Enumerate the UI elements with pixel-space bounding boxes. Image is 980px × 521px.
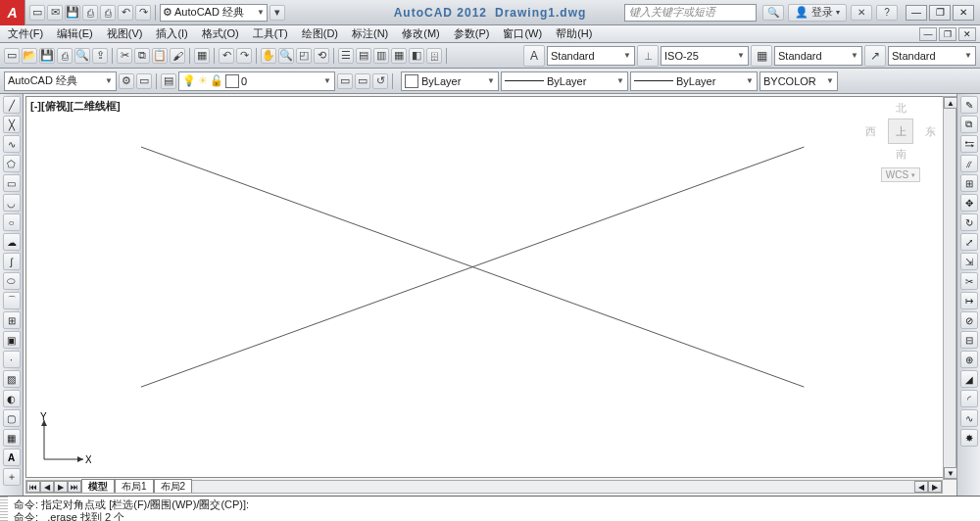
revision-cloud-icon[interactable]: ☁ [3,233,21,251]
text-style-combo[interactable]: Standard▼ [547,46,635,66]
help-icon[interactable]: ? [876,5,898,21]
quickcalc-icon[interactable]: ⌹ [426,48,442,64]
tab-layout1[interactable]: 布局1 [115,479,154,493]
menu-format[interactable]: 格式(O) [198,26,243,41]
saveas-icon[interactable]: ⎙ [82,5,98,21]
search-input[interactable]: 键入关键字或短语 [624,4,757,22]
table-style-icon[interactable]: ▦ [751,45,772,67]
blend-icon[interactable]: ∿ [960,409,978,427]
tab-first-icon[interactable]: ⏮ [26,481,40,493]
array-icon[interactable]: ⊞ [960,174,978,192]
hatch-icon[interactable]: ▨ [3,370,21,388]
plot-preview-icon[interactable]: 🔍 [74,48,90,64]
undo2-icon[interactable]: ↶ [219,48,234,64]
tab-model[interactable]: 模型 [81,479,115,493]
layer-combo[interactable]: 💡 ☀ 🔓 0 ▼ [178,71,335,91]
make-block-icon[interactable]: ▣ [3,331,21,349]
viewcube-south[interactable]: 南 [865,147,936,162]
layer-previous-icon[interactable]: ↺ [372,73,388,89]
lineweight-combo[interactable]: ByLayer ▼ [630,71,758,91]
command-window[interactable]: 命令: 指定对角点或 [栏选(F)/圈围(WP)/圈交(CP)]: 命令: _.… [0,496,980,521]
arc-icon[interactable]: ◡ [3,194,21,212]
mleader-style-icon[interactable]: ↗ [864,45,886,67]
qnew-icon[interactable]: ▭ [4,48,20,64]
point-icon[interactable]: · [3,351,21,368]
insert-block-icon[interactable]: ⊞ [3,311,21,329]
circle-icon[interactable]: ○ [3,213,21,231]
scroll-right-icon[interactable]: ▶ [928,481,942,493]
exchange-icon[interactable]: ✕ [851,5,872,21]
zoom-previous-icon[interactable]: ⟲ [314,48,329,64]
maximize-button[interactable]: ❐ [929,5,951,21]
tab-next-icon[interactable]: ▶ [54,481,68,493]
scroll-up-icon[interactable]: ▲ [944,97,957,109]
table-style-combo[interactable]: Standard▼ [774,46,862,66]
menu-view[interactable]: 视图(V) [103,26,147,41]
plot-icon[interactable]: ⎙ [57,48,73,64]
text-style-icon[interactable]: A [523,45,545,67]
viewcube-top-face[interactable]: 上 [888,118,913,144]
explode-icon[interactable]: ✸ [960,429,978,447]
move-icon[interactable]: ✥ [960,194,978,212]
new-icon[interactable]: ▭ [29,5,45,21]
dim-style-icon[interactable]: ⟂ [637,45,659,67]
rotate-icon[interactable]: ↻ [960,213,978,231]
menu-insert[interactable]: 插入(I) [152,26,191,41]
app-menu-icon[interactable]: A [0,0,25,25]
menu-parametric[interactable]: 参数(P) [450,26,494,41]
mtext-icon[interactable]: A [3,449,21,466]
print-icon[interactable]: ⎙ [100,5,116,21]
viewport-label[interactable]: [-][俯视][二维线框] [30,99,121,114]
redo-icon[interactable]: ↷ [135,5,151,21]
workspace-settings-icon[interactable]: ⚙ [119,73,134,89]
command-grip[interactable] [0,497,8,521]
chamfer-icon[interactable]: ◢ [960,370,978,388]
tab-layout2[interactable]: 布局2 [154,479,193,493]
color-combo[interactable]: ByLayer ▼ [401,71,499,91]
doc-restore-button[interactable]: ❐ [939,27,956,41]
horizontal-scrollbar[interactable]: ⏮ ◀ ▶ ⏭ 模型 布局1 布局2 ◀ ▶ [25,480,943,494]
redo2-icon[interactable]: ↷ [236,48,252,64]
spline-icon[interactable]: ∫ [3,253,21,270]
properties-icon[interactable]: ☰ [338,48,354,64]
polygon-icon[interactable]: ⬠ [3,155,21,172]
save-icon[interactable]: 💾 [65,5,80,21]
ellipse-icon[interactable]: ⬭ [3,272,21,290]
viewcube-north[interactable]: 北 [865,101,936,116]
save2-icon[interactable]: 💾 [39,48,55,64]
minimize-button[interactable]: — [906,5,927,21]
copy-icon[interactable]: ⧉ [134,48,150,64]
sheet-set-icon[interactable]: ▦ [391,48,407,64]
cut-icon[interactable]: ✂ [117,48,132,64]
polyline-icon[interactable]: ∿ [3,135,21,153]
menu-help[interactable]: 帮助(H) [552,26,596,41]
qat-dropdown-icon[interactable]: ▾ [270,5,285,21]
fillet-icon[interactable]: ◜ [960,390,978,407]
tool-palettes-icon[interactable]: ▥ [373,48,389,64]
menu-tools[interactable]: 工具(T) [249,26,292,41]
copy-obj-icon[interactable]: ⧉ [960,116,978,133]
trim-icon[interactable]: ✂ [960,272,978,290]
publish-icon[interactable]: ⇪ [92,48,108,64]
open2-icon[interactable]: 📂 [22,48,37,64]
scroll-down-icon[interactable]: ▼ [944,467,957,479]
viewcube-east[interactable]: 东 [925,124,936,139]
drawing-canvas[interactable]: [-][俯视][二维线框] 北 西 上 东 南 WCS▾ [25,96,955,478]
table-icon[interactable]: ▦ [3,429,21,447]
ellipse-arc-icon[interactable]: ⌒ [3,292,21,309]
gradient-icon[interactable]: ◐ [3,390,21,407]
menu-file[interactable]: 文件(F) [4,26,47,41]
paste-icon[interactable]: 📋 [152,48,168,64]
workspace-combo2[interactable]: AutoCAD 经典▼ [4,71,117,91]
menu-draw[interactable]: 绘图(D) [298,26,342,41]
block-edit-icon[interactable]: ▦ [194,48,210,64]
mleader-style-combo[interactable]: Standard▼ [888,46,976,66]
doc-close-button[interactable]: ✕ [958,27,976,41]
menu-window[interactable]: 窗口(W) [499,26,546,41]
pan-icon[interactable]: ✋ [261,48,276,64]
open-icon[interactable]: ✉ [47,5,63,21]
menu-dimension[interactable]: 标注(N) [348,26,392,41]
mirror-icon[interactable]: ⮀ [960,135,978,153]
erase-icon[interactable]: ✎ [960,96,978,114]
wcs-dropdown[interactable]: WCS▾ [881,167,920,182]
